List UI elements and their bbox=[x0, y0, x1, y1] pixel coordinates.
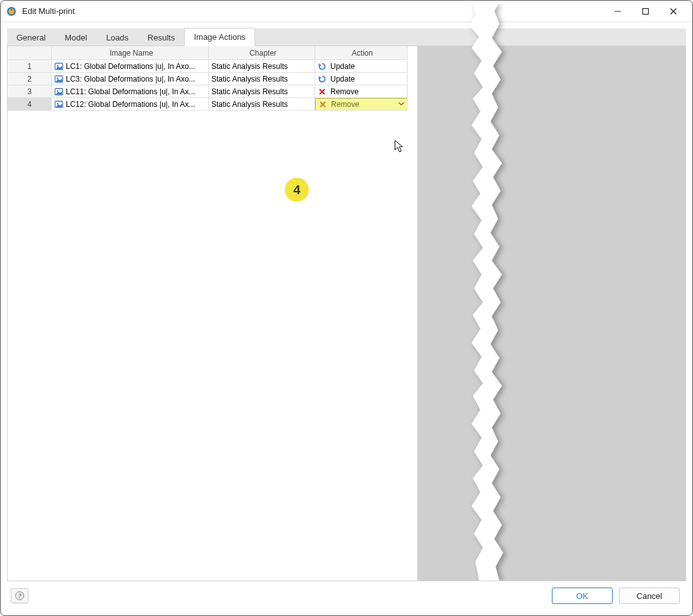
cell-action[interactable]: Remove bbox=[315, 85, 408, 98]
maximize-button[interactable] bbox=[632, 2, 659, 21]
dialog-window: Edit Multi-print General Model Loads Res… bbox=[0, 0, 693, 616]
col-header-chapter[interactable]: Chapter bbox=[209, 46, 315, 60]
table-row[interactable]: 4 LC12: Global Deformations |u|, In Ax..… bbox=[8, 98, 417, 111]
window-title: Edit Multi-print bbox=[22, 6, 75, 16]
cell-chapter[interactable]: Static Analysis Results bbox=[209, 85, 315, 98]
cell-text: LC3: Global Deformations |u|, In Axo... bbox=[66, 75, 208, 83]
tab-results[interactable]: Results bbox=[138, 28, 184, 46]
cell-action-dropdown[interactable]: Remove Remove bbox=[315, 98, 408, 111]
grid-body: 1 LC1: Global Deformations |u|, In Axo..… bbox=[8, 60, 417, 581]
chevron-down-icon bbox=[398, 100, 404, 109]
cell-action[interactable]: Update bbox=[315, 73, 408, 85]
grid-pane: Image Name Chapter Action 1 LC1: Global … bbox=[8, 46, 418, 581]
cell-image-name[interactable]: LC3: Global Deformations |u|, In Axo... bbox=[52, 73, 209, 85]
remove-icon bbox=[318, 87, 327, 96]
titlebar: Edit Multi-print bbox=[1, 1, 692, 22]
image-icon bbox=[54, 75, 63, 83]
ok-button[interactable]: OK bbox=[552, 588, 613, 604]
minimize-button[interactable] bbox=[604, 2, 632, 21]
tabbar: General Model Loads Results Image Action… bbox=[7, 28, 686, 46]
app-icon bbox=[6, 6, 17, 17]
svg-rect-4 bbox=[643, 8, 649, 14]
cell-image-name[interactable]: LC1: Global Deformations |u|, In Axo... bbox=[52, 60, 209, 73]
action-label: Update bbox=[330, 62, 407, 71]
preview-pane bbox=[418, 46, 685, 581]
col-header-image-name[interactable]: Image Name bbox=[52, 46, 209, 60]
image-icon bbox=[54, 100, 63, 109]
cell-text: LC1: Global Deformations |u|, In Axo... bbox=[66, 62, 208, 71]
col-header-index bbox=[8, 46, 52, 60]
image-icon bbox=[54, 62, 63, 71]
cell-image-name[interactable]: LC11: Global Deformations |u|, In Ax... bbox=[52, 85, 209, 98]
cursor-icon bbox=[394, 140, 404, 154]
svg-point-16 bbox=[57, 102, 58, 104]
svg-point-12 bbox=[57, 90, 58, 91]
table-row[interactable]: 1 LC1: Global Deformations |u|, In Axo..… bbox=[8, 60, 417, 73]
remove-icon bbox=[318, 100, 327, 109]
cell-text: LC12: Global Deformations |u|, In Ax... bbox=[66, 100, 208, 109]
cancel-button[interactable]: Cancel bbox=[619, 588, 680, 604]
action-label: Remove bbox=[331, 100, 407, 109]
update-icon bbox=[318, 75, 327, 83]
tab-content: Image Name Chapter Action 1 LC1: Global … bbox=[7, 46, 686, 581]
col-header-action[interactable]: Action bbox=[315, 46, 408, 60]
cell-chapter[interactable]: Static Analysis Results bbox=[209, 60, 315, 73]
tab-image-actions[interactable]: Image Actions bbox=[184, 28, 255, 46]
action-label: Update bbox=[330, 75, 407, 83]
callout-number: 4 bbox=[293, 183, 300, 197]
svg-point-8 bbox=[57, 65, 58, 66]
cell-text: LC11: Global Deformations |u|, In Ax... bbox=[66, 87, 208, 96]
svg-point-10 bbox=[57, 77, 58, 78]
svg-text:?: ? bbox=[18, 593, 22, 600]
tab-loads[interactable]: Loads bbox=[97, 28, 138, 46]
row-index: 2 bbox=[8, 73, 52, 85]
cell-action[interactable]: Update bbox=[315, 60, 408, 73]
close-button[interactable] bbox=[659, 2, 687, 21]
row-index: 1 bbox=[8, 60, 52, 73]
cell-chapter[interactable]: Static Analysis Results bbox=[209, 98, 315, 111]
tab-model[interactable]: Model bbox=[55, 28, 96, 46]
cell-image-name[interactable]: LC12: Global Deformations |u|, In Ax... bbox=[52, 98, 209, 111]
action-label: Remove bbox=[330, 87, 407, 96]
help-button[interactable]: ? bbox=[11, 588, 28, 603]
table-row[interactable]: 2 LC3: Global Deformations |u|, In Axo..… bbox=[8, 73, 417, 85]
cell-chapter[interactable]: Static Analysis Results bbox=[209, 73, 315, 85]
row-index: 3 bbox=[8, 85, 52, 98]
row-index: 4 bbox=[8, 98, 52, 111]
callout-badge: 4 bbox=[285, 178, 309, 202]
image-icon bbox=[54, 87, 63, 96]
dialog-body: General Model Loads Results Image Action… bbox=[1, 22, 692, 615]
dialog-footer: ? OK Cancel bbox=[7, 581, 686, 610]
update-icon bbox=[318, 62, 327, 71]
tab-general[interactable]: General bbox=[7, 28, 55, 46]
table-row[interactable]: 3 LC11: Global Deformations |u|, In Ax..… bbox=[8, 85, 417, 98]
svg-point-2 bbox=[11, 9, 13, 11]
grid-header: Image Name Chapter Action bbox=[8, 46, 417, 60]
